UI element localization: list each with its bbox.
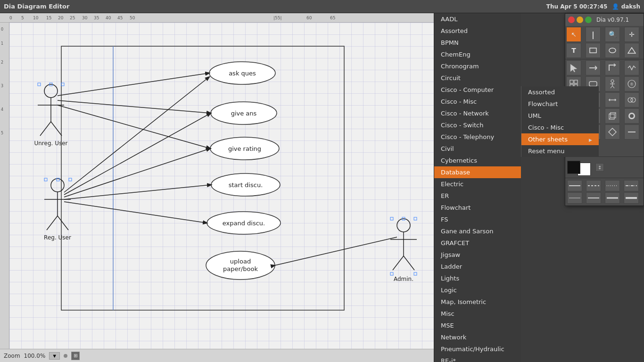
svg-line-23 [393,256,404,270]
svg-line-6 [51,122,62,136]
menu-item-gane-sarson[interactable]: Gane and Sarson [434,225,521,237]
menu-item-cisco-misc[interactable]: Cisco - Misc [434,96,521,107]
foreground-color[interactable] [567,161,580,174]
submenu-item-flowchart[interactable]: Flowchart [521,98,599,110]
svg-rect-53 [590,48,596,53]
submenu-item-assorted[interactable]: Assorted [521,86,599,98]
dia-tool-select[interactable]: ↖ [566,27,581,42]
svg-rect-16 [44,178,47,181]
submenu-item-other-sheets[interactable]: Other sheets [521,133,599,145]
menu-item-aadl[interactable]: AADL [434,13,521,25]
dia-tool-poly[interactable] [624,43,639,58]
menu-item-flowchart[interactable]: Flowchart [434,202,521,214]
menu-item-assorted[interactable]: Assorted [434,25,521,37]
menu-item-misc[interactable]: Misc [434,308,521,320]
svg-marker-56 [570,64,577,72]
dia-toolbar: ↖ | 🔍 ✛ T [565,26,644,59]
linestyle-1[interactable] [567,192,582,204]
pattern-dash-dot[interactable] [624,180,639,191]
dia-shape-double-circle[interactable] [624,92,639,107]
dia-shape-circle-filled[interactable] [624,108,639,123]
sysbar-user: 👤 daksh [612,3,640,10]
submenu-item-uml[interactable]: UML [521,110,599,122]
pattern-dashed[interactable] [586,180,601,191]
dia-tool-text-cursor[interactable]: | [586,27,601,42]
menu-item-chronogram[interactable]: Chronogram [434,60,521,72]
menu-item-circuit[interactable]: Circuit [434,72,521,84]
dia-shape-line[interactable] [624,124,639,140]
menu-item-cybernetics[interactable]: Cybernetics [434,155,521,166]
dia-tool-magnify[interactable]: 🔍 [605,27,620,42]
svg-text:upload: upload [230,258,251,265]
zoom-dropdown[interactable]: ▼ [49,352,60,360]
dia-shape-elbow[interactable] [605,60,620,75]
pattern-solid[interactable] [567,180,582,191]
pattern-dotted[interactable] [605,180,620,191]
titlebar: Dia Diagram Editor Thu Apr 5 00:27:45 👤 … [0,0,644,13]
menu-item-network[interactable]: Network [434,331,521,343]
menu-item-fs[interactable]: FS [434,214,521,225]
submenu-item-reset-menu[interactable]: Reset menu [521,145,599,157]
menu-item-database[interactable]: Database [434,166,521,178]
dia-shape-arrows-lr[interactable] [605,92,620,107]
dia-maximize-button[interactable] [585,16,592,23]
menu-item-cisco-switch[interactable]: Cisco - Switch [434,119,521,131]
menu-item-civil[interactable]: Civil [434,143,521,155]
menu-item-mse[interactable]: MSE [434,320,521,331]
menu-item-ladder[interactable]: Ladder [434,261,521,272]
svg-text:ask ques: ask ques [229,70,256,77]
dia-tool-move[interactable]: ✛ [624,27,639,42]
dia-shape-circle-r[interactable]: ® [624,76,639,91]
svg-rect-9 [61,83,64,86]
dia-color-panel: ↕ [565,156,644,178]
svg-rect-29 [414,272,417,275]
svg-rect-7 [38,83,41,86]
menu-item-electric[interactable]: Electric [434,178,521,190]
dia-tool-box[interactable] [586,43,601,58]
menu-item-logic[interactable]: Logic [434,284,521,296]
drawing-canvas[interactable]: Unreg. User Reg. User [9,23,434,362]
menu-item-rei[interactable]: RE-i* [434,355,521,362]
svg-text:Admin.: Admin. [394,276,413,282]
linestyle-4[interactable] [624,192,639,204]
dia-minimize-button[interactable] [577,16,583,23]
swap-colors[interactable]: ↕ [595,163,604,172]
linestyle-2[interactable] [586,192,601,204]
svg-text:start discu.: start discu. [229,181,263,189]
menu-item-bpmn[interactable]: BPMN [434,37,521,49]
dia-close-button[interactable] [568,16,575,23]
menu-item-chemeng[interactable]: ChemEng [434,49,521,60]
svg-line-51 [64,202,207,223]
dia-shape-diamond[interactable] [605,124,620,140]
menu-item-grafcet[interactable]: GRAFCET [434,237,521,249]
dia-shape-3d-box[interactable] [605,108,620,123]
dropdown-main[interactable]: AADL Assorted BPMN ChemEng Chronogram Ci… [434,13,521,362]
dropdown-sub: Assorted Flowchart UML Cisco - Misc Othe… [521,86,599,157]
svg-rect-63 [574,80,578,83]
menu-item-lights[interactable]: Lights [434,272,521,284]
menu-item-map-isometric[interactable]: Map, Isometric [434,296,521,308]
menu-item-jigsaw[interactable]: Jigsaw [434,249,521,261]
dia-shape-person[interactable] [605,76,620,91]
menu-item-cisco-computer[interactable]: Cisco - Computer [434,84,521,96]
dia-tool-ellipse[interactable] [605,43,620,58]
svg-line-44 [58,73,209,96]
menu-item-er[interactable]: ER [434,190,521,202]
svg-marker-79 [609,99,610,101]
right-panel: AADL Assorted BPMN ChemEng Chronogram Ci… [434,13,644,362]
svg-text:paper/book: paper/book [223,265,258,272]
menu-item-pneumatic[interactable]: Pneumatic/Hydraulic [434,343,521,355]
svg-marker-80 [615,99,616,101]
svg-text:Reg. User: Reg. User [44,234,71,241]
svg-marker-55 [628,48,636,53]
linestyle-3[interactable] [605,192,620,204]
canvas-area[interactable]: 0 5 10 15 20 25 30 35 40 45 50 |55| 60 6… [0,13,434,362]
ruler-left: 0 1 2 3 4 5 [0,23,9,362]
submenu-item-cisco-misc[interactable]: Cisco - Misc [521,122,599,133]
dia-shape-zigzag[interactable] [624,60,639,75]
menu-item-cisco-telephony[interactable]: Cisco - Telephony [434,131,521,143]
dia-shape-link[interactable] [586,60,601,75]
dia-shape-cursor[interactable] [566,60,581,75]
menu-item-cisco-network[interactable]: Cisco - Network [434,107,521,119]
dia-tool-text[interactable]: T [566,43,581,58]
